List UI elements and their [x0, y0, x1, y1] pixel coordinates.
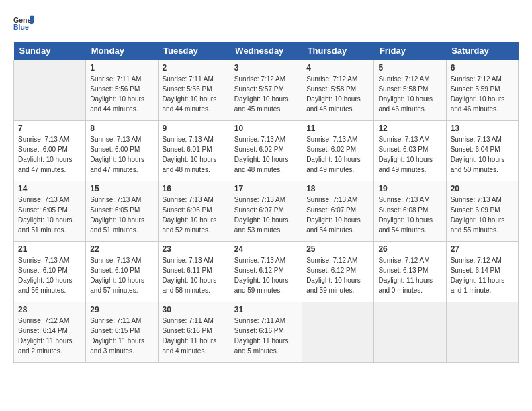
day-info: Sunrise: 7:13 AMSunset: 6:02 PMDaylight:…	[306, 136, 361, 173]
day-info: Sunrise: 7:12 AMSunset: 5:57 PMDaylight:…	[234, 75, 289, 113]
day-number: 24	[234, 244, 298, 254]
calendar-week-1: 1Sunrise: 7:11 AMSunset: 5:56 PMDaylight…	[14, 60, 519, 121]
day-info: Sunrise: 7:12 AMSunset: 5:58 PMDaylight:…	[378, 75, 433, 113]
day-number: 9	[163, 124, 226, 133]
day-number: 15	[90, 184, 153, 193]
calendar-body: 1Sunrise: 7:11 AMSunset: 5:56 PMDaylight…	[14, 60, 519, 363]
day-number: 1	[90, 63, 153, 73]
svg-text:Blue: Blue	[13, 23, 29, 31]
day-info: Sunrise: 7:13 AMSunset: 6:00 PMDaylight:…	[90, 136, 144, 173]
day-info: Sunrise: 7:13 AMSunset: 6:10 PMDaylight:…	[90, 257, 144, 294]
day-info: Sunrise: 7:13 AMSunset: 6:02 PMDaylight:…	[234, 136, 289, 173]
header-tuesday: Tuesday	[158, 42, 230, 60]
calendar-cell: 15Sunrise: 7:13 AMSunset: 6:05 PMDayligh…	[86, 181, 158, 242]
day-info: Sunrise: 7:13 AMSunset: 6:03 PMDaylight:…	[378, 136, 433, 173]
day-info: Sunrise: 7:12 AMSunset: 6:14 PMDaylight:…	[18, 317, 73, 355]
calendar-cell: 6Sunrise: 7:12 AMSunset: 5:59 PMDaylight…	[446, 60, 518, 121]
day-info: Sunrise: 7:11 AMSunset: 5:56 PMDaylight:…	[163, 75, 217, 113]
day-number: 4	[306, 63, 369, 73]
calendar-week-5: 28Sunrise: 7:12 AMSunset: 6:14 PMDayligh…	[14, 302, 519, 363]
day-number: 29	[90, 305, 153, 314]
calendar-cell: 13Sunrise: 7:13 AMSunset: 6:04 PMDayligh…	[446, 121, 518, 181]
calendar-cell: 23Sunrise: 7:13 AMSunset: 6:11 PMDayligh…	[158, 242, 230, 302]
calendar-cell: 29Sunrise: 7:11 AMSunset: 6:15 PMDayligh…	[86, 302, 158, 363]
header-friday: Friday	[374, 42, 446, 60]
calendar-week-3: 14Sunrise: 7:13 AMSunset: 6:05 PMDayligh…	[14, 181, 519, 242]
day-info: Sunrise: 7:13 AMSunset: 6:01 PMDaylight:…	[163, 136, 217, 173]
day-number: 27	[451, 244, 514, 254]
calendar-cell: 1Sunrise: 7:11 AMSunset: 5:56 PMDaylight…	[86, 60, 158, 121]
day-info: Sunrise: 7:13 AMSunset: 6:08 PMDaylight:…	[378, 196, 433, 234]
calendar-cell: 26Sunrise: 7:12 AMSunset: 6:13 PMDayligh…	[374, 242, 446, 302]
day-info: Sunrise: 7:12 AMSunset: 6:12 PMDaylight:…	[306, 257, 361, 294]
day-info: Sunrise: 7:12 AMSunset: 6:14 PMDaylight:…	[451, 257, 505, 294]
day-number: 28	[18, 305, 81, 314]
calendar-cell: 22Sunrise: 7:13 AMSunset: 6:10 PMDayligh…	[86, 242, 158, 302]
header-wednesday: Wednesday	[230, 42, 302, 60]
day-number: 6	[451, 63, 514, 73]
day-info: Sunrise: 7:11 AMSunset: 6:16 PMDaylight:…	[163, 317, 217, 355]
day-number: 26	[378, 244, 441, 254]
logo-icon: General Blue	[13, 13, 34, 34]
calendar-cell: 18Sunrise: 7:13 AMSunset: 6:07 PMDayligh…	[302, 181, 374, 242]
day-number: 23	[163, 244, 226, 254]
calendar-week-4: 21Sunrise: 7:13 AMSunset: 6:10 PMDayligh…	[14, 242, 519, 302]
day-number: 31	[234, 305, 298, 314]
header-saturday: Saturday	[446, 42, 518, 60]
weekday-header-row: Sunday Monday Tuesday Wednesday Thursday…	[14, 42, 519, 60]
day-number: 19	[378, 184, 441, 193]
calendar-cell: 21Sunrise: 7:13 AMSunset: 6:10 PMDayligh…	[14, 242, 86, 302]
calendar-cell	[14, 60, 86, 121]
calendar-cell: 3Sunrise: 7:12 AMSunset: 5:57 PMDaylight…	[230, 60, 302, 121]
day-info: Sunrise: 7:13 AMSunset: 6:11 PMDaylight:…	[163, 257, 217, 294]
logo: General Blue	[13, 13, 34, 34]
calendar-cell: 2Sunrise: 7:11 AMSunset: 5:56 PMDaylight…	[158, 60, 230, 121]
day-number: 14	[18, 184, 81, 193]
day-number: 12	[378, 124, 441, 133]
day-info: Sunrise: 7:11 AMSunset: 5:56 PMDaylight:…	[90, 75, 144, 113]
calendar-cell: 7Sunrise: 7:13 AMSunset: 6:00 PMDaylight…	[14, 121, 86, 181]
day-number: 10	[234, 124, 298, 133]
day-number: 7	[18, 124, 81, 133]
day-number: 16	[163, 184, 226, 193]
calendar-cell: 20Sunrise: 7:13 AMSunset: 6:09 PMDayligh…	[446, 181, 518, 242]
day-number: 17	[234, 184, 298, 193]
day-number: 5	[378, 63, 441, 73]
day-number: 2	[163, 63, 226, 73]
day-info: Sunrise: 7:13 AMSunset: 6:07 PMDaylight:…	[306, 196, 361, 234]
day-info: Sunrise: 7:11 AMSunset: 6:16 PMDaylight:…	[234, 317, 289, 355]
day-number: 22	[90, 244, 153, 254]
day-info: Sunrise: 7:13 AMSunset: 6:05 PMDaylight:…	[90, 196, 144, 234]
day-info: Sunrise: 7:11 AMSunset: 6:15 PMDaylight:…	[90, 317, 144, 355]
calendar-cell: 27Sunrise: 7:12 AMSunset: 6:14 PMDayligh…	[446, 242, 518, 302]
calendar-cell: 19Sunrise: 7:13 AMSunset: 6:08 PMDayligh…	[374, 181, 446, 242]
calendar-cell	[302, 302, 374, 363]
calendar-table: Sunday Monday Tuesday Wednesday Thursday…	[13, 42, 519, 363]
day-info: Sunrise: 7:13 AMSunset: 6:06 PMDaylight:…	[163, 196, 217, 234]
day-number: 30	[163, 305, 226, 314]
header-monday: Monday	[86, 42, 158, 60]
day-info: Sunrise: 7:13 AMSunset: 6:05 PMDaylight:…	[18, 196, 73, 234]
header-thursday: Thursday	[302, 42, 374, 60]
day-number: 3	[234, 63, 298, 73]
calendar-cell	[374, 302, 446, 363]
day-info: Sunrise: 7:12 AMSunset: 5:59 PMDaylight:…	[451, 75, 505, 113]
calendar-cell: 28Sunrise: 7:12 AMSunset: 6:14 PMDayligh…	[14, 302, 86, 363]
calendar-cell: 4Sunrise: 7:12 AMSunset: 5:58 PMDaylight…	[302, 60, 374, 121]
day-info: Sunrise: 7:13 AMSunset: 6:00 PMDaylight:…	[18, 136, 73, 173]
day-number: 20	[451, 184, 514, 193]
calendar-cell: 14Sunrise: 7:13 AMSunset: 6:05 PMDayligh…	[14, 181, 86, 242]
day-number: 25	[306, 244, 369, 254]
calendar-week-2: 7Sunrise: 7:13 AMSunset: 6:00 PMDaylight…	[14, 121, 519, 181]
calendar-cell: 30Sunrise: 7:11 AMSunset: 6:16 PMDayligh…	[158, 302, 230, 363]
day-info: Sunrise: 7:13 AMSunset: 6:04 PMDaylight:…	[451, 136, 505, 173]
day-info: Sunrise: 7:12 AMSunset: 6:13 PMDaylight:…	[378, 257, 433, 294]
day-info: Sunrise: 7:12 AMSunset: 5:58 PMDaylight:…	[306, 75, 361, 113]
calendar-cell: 31Sunrise: 7:11 AMSunset: 6:16 PMDayligh…	[230, 302, 302, 363]
day-info: Sunrise: 7:13 AMSunset: 6:09 PMDaylight:…	[451, 196, 505, 234]
calendar-cell: 11Sunrise: 7:13 AMSunset: 6:02 PMDayligh…	[302, 121, 374, 181]
day-info: Sunrise: 7:13 AMSunset: 6:07 PMDaylight:…	[234, 196, 289, 234]
calendar-cell: 16Sunrise: 7:13 AMSunset: 6:06 PMDayligh…	[158, 181, 230, 242]
calendar-cell: 10Sunrise: 7:13 AMSunset: 6:02 PMDayligh…	[230, 121, 302, 181]
calendar-cell: 24Sunrise: 7:13 AMSunset: 6:12 PMDayligh…	[230, 242, 302, 302]
